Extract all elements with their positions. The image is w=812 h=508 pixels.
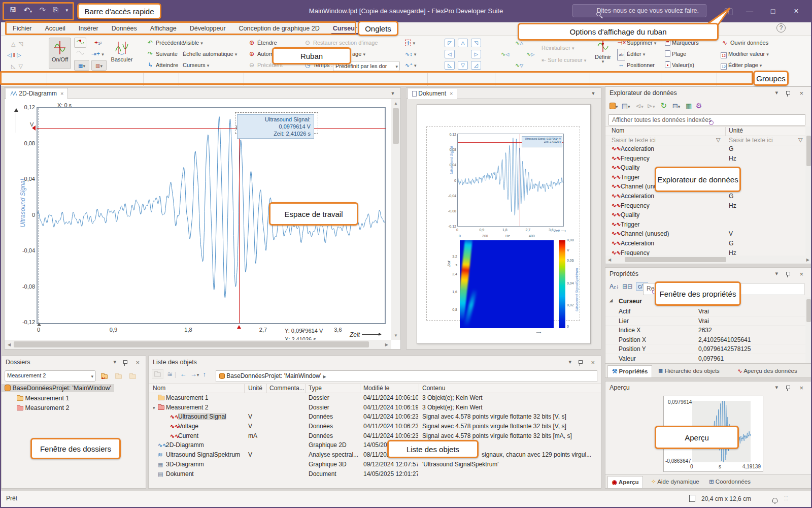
position-marker-button[interactable]: ⇔Positionner bbox=[617, 60, 655, 71]
up-icon[interactable]: ↑ bbox=[202, 370, 206, 378]
panel-menu-icon[interactable]: ▾ bbox=[775, 384, 778, 391]
pan-right-button[interactable]: ▷ bbox=[471, 50, 481, 58]
pan-up-right-button[interactable]: ◹ bbox=[471, 39, 481, 47]
property-row[interactable]: LierVrai bbox=[605, 316, 805, 326]
explorer-data-row[interactable]: ∿∿AccelerationG bbox=[605, 193, 805, 202]
cursor-grid-button[interactable]: ▦▾ bbox=[74, 60, 89, 71]
ribbon-tab[interactable]: Affichage bbox=[144, 22, 183, 35]
nav-up-right-icon[interactable]: ◹ bbox=[19, 41, 23, 47]
edit-marker-button[interactable]: abÉditer ▾ bbox=[617, 49, 645, 59]
object-row[interactable]: Measurement 1 Dossier 04/11/2024 10:06:1… bbox=[149, 394, 601, 403]
object-row[interactable]: ▾Measurement 2 Dossier 04/11/2024 10:06:… bbox=[149, 403, 601, 413]
pan-down-button[interactable]: ▽ bbox=[458, 61, 468, 70]
ribbon-tab[interactable]: Accueil bbox=[39, 22, 72, 35]
open-data-button[interactable]: ∿Ouvrir données bbox=[721, 38, 768, 48]
save-copy-icon[interactable]: ⎘ bbox=[53, 6, 58, 14]
wave-vertical-icon-dropdown[interactable]: ∿↕ ▾ bbox=[405, 49, 416, 59]
object-columns[interactable]: Nom Unité Commenta... Type Modifié le Co… bbox=[149, 384, 601, 393]
tab-dokument[interactable]: Dokument× bbox=[408, 88, 457, 99]
panel-menu-icon[interactable]: ▾ bbox=[775, 89, 778, 96]
categorize-icon[interactable]: ⊞⊟ bbox=[622, 283, 632, 290]
panel-menu-icon[interactable]: ▾ bbox=[775, 270, 778, 277]
ribbon-tab[interactable]: Développeur bbox=[183, 22, 232, 35]
pan-down-left-button[interactable]: ◺ bbox=[445, 61, 455, 70]
folders-tree[interactable]: BaseDonnéesProjet: 'MainWindow' Measurem… bbox=[2, 385, 146, 415]
object-row[interactable]: Current mA Données 04/11/2024 10:06:23 S… bbox=[149, 432, 601, 441]
settings-gear-icon[interactable]: ⚙ bbox=[696, 102, 702, 110]
cursor-toggle-button[interactable]: Basculer bbox=[109, 38, 135, 69]
tab-close-icon[interactable]: × bbox=[60, 90, 63, 97]
notification-bell-icon[interactable] bbox=[772, 498, 777, 502]
nav-left-icon[interactable]: ◁ bbox=[7, 52, 11, 58]
property-row[interactable]: Indice X2632 bbox=[605, 326, 805, 335]
horizontal-scrollbar[interactable]: ◀▶ bbox=[5, 340, 391, 349]
image-section-dropdown[interactable]: age ▾ bbox=[352, 49, 365, 59]
explorer-column-headers[interactable]: Nom Unité bbox=[605, 126, 805, 136]
cursor-onoff-button[interactable]: On/Off bbox=[49, 38, 71, 69]
back-icon[interactable]: ⊲ bbox=[635, 102, 641, 110]
translate-left-icon[interactable]: ∿◁ bbox=[501, 49, 509, 59]
cursor-list-button[interactable]: ▥▾ bbox=[91, 60, 107, 71]
save-icon[interactable]: 🖫 bbox=[10, 6, 16, 14]
ribbon-tab[interactable]: Données bbox=[105, 22, 144, 35]
property-row[interactable]: ActifVrai bbox=[605, 307, 805, 316]
object-row[interactable]: Ultrasound SignalSpektrum V Analyse spec… bbox=[149, 451, 601, 460]
calculator-icon[interactable]: ▦ bbox=[686, 102, 692, 110]
open-folder-icon[interactable] bbox=[152, 369, 163, 379]
tab-apercu-donnees[interactable]: ∿ Aperçu des données bbox=[733, 365, 801, 377]
panel-close-icon[interactable]: × bbox=[591, 359, 595, 366]
tab-proprietes[interactable]: ⚒ Propriétés bbox=[607, 365, 652, 377]
copy-values-button[interactable]: Valeur(s) bbox=[665, 60, 694, 71]
cursor-add-button[interactable]: ⇥+ ▾ bbox=[91, 49, 104, 59]
property-row[interactable]: Valeur0,097961 bbox=[605, 354, 805, 364]
folder-new-icon[interactable] bbox=[129, 371, 136, 380]
explorer-data-row[interactable]: ∿∿AccelerationG bbox=[605, 240, 805, 249]
redo-icon[interactable]: ↷ bbox=[40, 6, 46, 15]
pan-left-button[interactable]: ◁ bbox=[445, 50, 455, 58]
sort-az-icon[interactable]: Az↓ bbox=[610, 283, 619, 290]
close-button[interactable]: × bbox=[789, 4, 804, 18]
folder-tree-item[interactable]: BaseDonnéesProjet: 'MainWindow' bbox=[2, 385, 146, 395]
window-list-dropdown[interactable]: ▼ bbox=[589, 89, 598, 98]
forward-icon[interactable]: → bbox=[190, 370, 197, 378]
expander-icon[interactable]: ◢ bbox=[610, 298, 613, 303]
panel-close-icon[interactable]: × bbox=[799, 89, 803, 97]
refresh-icon[interactable]: ↻ bbox=[660, 101, 667, 110]
folder-combobox[interactable]: Measurement 2▾ bbox=[5, 370, 96, 382]
pin-icon[interactable] bbox=[785, 272, 790, 278]
restore-image-section-button[interactable]: ⊖Restaurer section d'image bbox=[303, 38, 378, 48]
property-row[interactable]: Position X2,41025641025641 bbox=[605, 335, 805, 345]
object-row[interactable]: Dokument Document 14/05/2025 12:01:27 bbox=[149, 470, 601, 480]
panel-menu-icon[interactable]: ▾ bbox=[113, 359, 116, 365]
list-view-icon[interactable]: ⊟ bbox=[672, 102, 678, 110]
panel-close-icon[interactable]: × bbox=[799, 270, 803, 278]
tab-coordonnees[interactable]: ⊞ Coordonnées bbox=[705, 476, 755, 488]
panel-close-icon[interactable]: × bbox=[136, 359, 140, 366]
copy-range-button[interactable]: Plage bbox=[665, 49, 686, 59]
help-icon[interactable]: ? bbox=[776, 23, 786, 33]
explorer-data-row[interactable]: ∿∿FrequencyHz bbox=[605, 202, 805, 212]
forward-icon[interactable]: ⊳ bbox=[647, 102, 653, 110]
panel-menu-icon[interactable]: ▾ bbox=[568, 359, 571, 365]
pin-icon[interactable] bbox=[578, 360, 583, 366]
reset-translation-button[interactable]: Réinitialiser ▾ bbox=[542, 43, 574, 53]
tab-close-icon[interactable]: × bbox=[450, 90, 453, 97]
goto-event-button[interactable]: ↳Atteindre bbox=[146, 60, 178, 71]
qat-customize-icon[interactable]: ▾ bbox=[65, 8, 68, 13]
undo-icon[interactable]: ↶▾ bbox=[23, 6, 32, 15]
folder-tree-item[interactable]: Measurement 1 bbox=[2, 395, 146, 405]
tab-apercu[interactable]: ◉ Aperçu bbox=[607, 476, 643, 488]
pin-icon[interactable] bbox=[122, 360, 127, 366]
pin-icon[interactable] bbox=[785, 386, 790, 392]
report-icon[interactable]: ▤ bbox=[622, 102, 628, 110]
ribbon-tab[interactable]: Insérer bbox=[72, 22, 105, 35]
nav-pause-icon[interactable]: ‖ bbox=[13, 52, 16, 58]
cursor-horizontal-line[interactable] bbox=[37, 128, 386, 129]
explorer-rows[interactable]: ∿∿AccelerationG∿∿FrequencyHz∿∿Quality∿∿T… bbox=[605, 145, 805, 256]
explorer-filter-row[interactable]: Saisir le texte ici ▽ Saisir le texte ic… bbox=[605, 136, 805, 145]
vertical-scrollbar[interactable]: ▲▼ bbox=[391, 99, 400, 340]
explorer-data-row[interactable]: ∿∿Trigger bbox=[605, 221, 805, 231]
object-row[interactable]: Voltage V Données 04/11/2024 10:06:23 Si… bbox=[149, 422, 601, 432]
explorer-filter-input[interactable]: Afficher toutes les données indexées bbox=[608, 114, 805, 125]
cursor-vertical-line[interactable] bbox=[239, 128, 240, 323]
